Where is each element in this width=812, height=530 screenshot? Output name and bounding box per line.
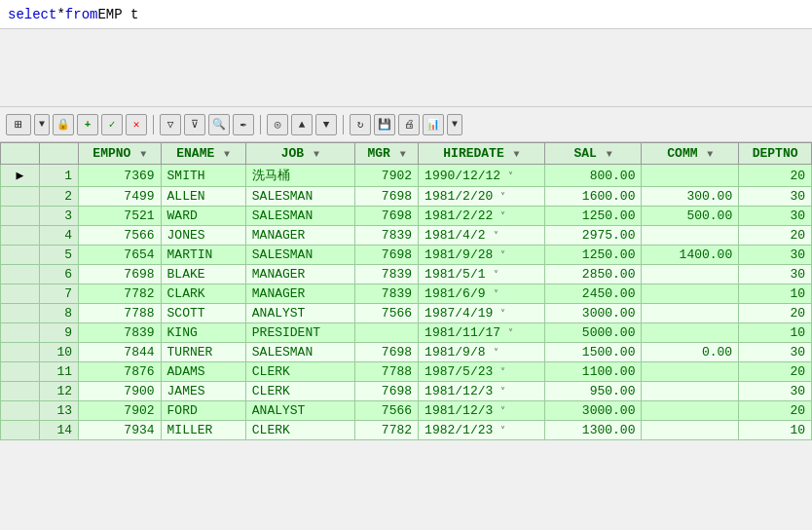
grid-button[interactable]: ⊞	[6, 114, 31, 135]
table-row[interactable]: 67698BLAKEMANAGER78391981/5/1 ˅2850.0030	[1, 265, 812, 284]
cell-comm[interactable]: 1400.00	[642, 246, 739, 265]
cell-hiredate[interactable]: 1987/5/23 ˅	[419, 362, 545, 382]
table-row[interactable]: 77782CLARKMANAGER78391981/6/9 ˅2450.0010	[1, 284, 812, 304]
cell-job[interactable]: CLERK	[245, 362, 354, 382]
cell-mgr[interactable]: 7839	[354, 265, 418, 284]
cell-sal[interactable]: 2450.00	[544, 284, 642, 304]
cell-empno[interactable]: 7844	[79, 343, 162, 362]
cell-comm[interactable]	[642, 265, 739, 284]
cell-mgr[interactable]: 7698	[354, 187, 418, 207]
table-row[interactable]: 37521WARDSALESMAN76981981/2/22 ˅1250.005…	[1, 207, 812, 226]
table-row[interactable]: 47566JONESMANAGER78391981/4/2 ˅2975.0020	[1, 226, 812, 246]
edit-button[interactable]: ✒	[233, 114, 254, 135]
cell-sal[interactable]: 1500.00	[544, 343, 642, 362]
cell-deptno[interactable]: 30	[739, 343, 812, 362]
cell-comm[interactable]	[642, 226, 739, 246]
cell-job[interactable]: SALESMAN	[245, 246, 354, 265]
cell-sal[interactable]: 1250.00	[544, 246, 642, 265]
cell-sal[interactable]: 1600.00	[544, 187, 642, 207]
print-button[interactable]: 🖨	[398, 114, 420, 135]
col-ename[interactable]: ENAME ▼	[161, 143, 245, 165]
table-row[interactable]: 97839KINGPRESIDENT1981/11/17 ˅5000.0010	[1, 323, 812, 343]
cell-comm[interactable]: 300.00	[642, 187, 739, 207]
cell-hiredate[interactable]: 1981/5/1 ˅	[419, 265, 545, 284]
search-button[interactable]: 🔍	[208, 114, 230, 135]
cell-deptno[interactable]: 30	[739, 187, 812, 207]
filter-button-2[interactable]: ⊽	[184, 114, 205, 135]
cell-ename[interactable]: MILLER	[161, 421, 245, 440]
cell-sal[interactable]: 5000.00	[544, 323, 642, 343]
cell-hiredate[interactable]: 1981/11/17 ˅	[419, 323, 545, 343]
cell-hiredate[interactable]: 1981/2/22 ˅	[419, 207, 545, 226]
cell-hiredate[interactable]: 1981/4/2 ˅	[419, 226, 545, 246]
cell-empno[interactable]: 7839	[79, 323, 162, 343]
cell-job[interactable]: ANALYST	[245, 304, 354, 323]
cell-job[interactable]: MANAGER	[245, 226, 354, 246]
cell-ename[interactable]: WARD	[161, 207, 245, 226]
table-row[interactable]: ▶17369SMITH洗马桶79021990/12/12 ˅800.0020	[1, 165, 812, 187]
circle-button[interactable]: ◎	[267, 114, 288, 135]
cell-ename[interactable]: SMITH	[161, 165, 245, 187]
table-row[interactable]: 57654MARTINSALESMAN76981981/9/28 ˅1250.0…	[1, 246, 812, 265]
cell-job[interactable]: ANALYST	[245, 401, 354, 421]
cell-hiredate[interactable]: 1981/9/28 ˅	[419, 246, 545, 265]
chart-button[interactable]: 📊	[423, 114, 444, 135]
cell-deptno[interactable]: 20	[739, 304, 812, 323]
table-row[interactable]: 137902FORDANALYST75661981/12/3 ˅3000.002…	[1, 401, 812, 421]
cell-hiredate[interactable]: 1981/12/3 ˅	[419, 382, 545, 401]
cell-comm[interactable]	[642, 165, 739, 187]
cell-mgr[interactable]	[354, 323, 418, 343]
cancel-button[interactable]: ✕	[126, 114, 147, 135]
cell-comm[interactable]	[642, 323, 739, 343]
add-button[interactable]: +	[77, 114, 98, 135]
col-mgr[interactable]: MGR ▼	[354, 143, 418, 165]
filter-button-1[interactable]: ▽	[160, 114, 181, 135]
cell-ename[interactable]: ALLEN	[161, 187, 245, 207]
cell-mgr[interactable]: 7782	[354, 421, 418, 440]
grid-dropdown-button[interactable]: ▼	[34, 114, 50, 135]
confirm-button[interactable]: ✓	[101, 114, 123, 135]
col-comm[interactable]: COMM ▼	[642, 143, 739, 165]
cell-mgr[interactable]: 7839	[354, 284, 418, 304]
cell-job[interactable]: PRESIDENT	[245, 323, 354, 343]
cell-job[interactable]: MANAGER	[245, 265, 354, 284]
cell-deptno[interactable]: 20	[739, 165, 812, 187]
cell-sal[interactable]: 3000.00	[544, 304, 642, 323]
refresh-button[interactable]: ↻	[350, 114, 371, 135]
cell-deptno[interactable]: 20	[739, 362, 812, 382]
cell-mgr[interactable]: 7566	[354, 401, 418, 421]
chart-dropdown-button[interactable]: ▼	[447, 114, 462, 135]
cell-empno[interactable]: 7782	[79, 284, 162, 304]
cell-deptno[interactable]: 30	[739, 265, 812, 284]
cell-sal[interactable]: 2975.00	[544, 226, 642, 246]
table-row[interactable]: 87788SCOTTANALYST75661987/4/19 ˅3000.002…	[1, 304, 812, 323]
cell-comm[interactable]	[642, 304, 739, 323]
cell-empno[interactable]: 7499	[79, 187, 162, 207]
cell-empno[interactable]: 7876	[79, 362, 162, 382]
cell-comm[interactable]	[642, 401, 739, 421]
cell-job[interactable]: SALESMAN	[245, 343, 354, 362]
cell-sal[interactable]: 1300.00	[544, 421, 642, 440]
cell-hiredate[interactable]: 1987/4/19 ˅	[419, 304, 545, 323]
cell-deptno[interactable]: 20	[739, 401, 812, 421]
col-empno[interactable]: EMPNO ▼	[79, 143, 162, 165]
cell-sal[interactable]: 1100.00	[544, 362, 642, 382]
cell-comm[interactable]	[642, 362, 739, 382]
cell-deptno[interactable]: 10	[739, 284, 812, 304]
cell-deptno[interactable]: 30	[739, 246, 812, 265]
cell-empno[interactable]: 7521	[79, 207, 162, 226]
cell-job[interactable]: MANAGER	[245, 284, 354, 304]
cell-empno[interactable]: 7654	[79, 246, 162, 265]
cell-empno[interactable]: 7566	[79, 226, 162, 246]
cell-empno[interactable]: 7698	[79, 265, 162, 284]
cell-job[interactable]: SALESMAN	[245, 187, 354, 207]
cell-comm[interactable]: 500.00	[642, 207, 739, 226]
cell-deptno[interactable]: 30	[739, 207, 812, 226]
cell-empno[interactable]: 7900	[79, 382, 162, 401]
cell-sal[interactable]: 1250.00	[544, 207, 642, 226]
cell-mgr[interactable]: 7788	[354, 362, 418, 382]
cell-empno[interactable]: 7934	[79, 421, 162, 440]
cell-empno[interactable]: 7788	[79, 304, 162, 323]
table-row[interactable]: 27499ALLENSALESMAN76981981/2/20 ˅1600.00…	[1, 187, 812, 207]
cell-hiredate[interactable]: 1981/9/8 ˅	[419, 343, 545, 362]
